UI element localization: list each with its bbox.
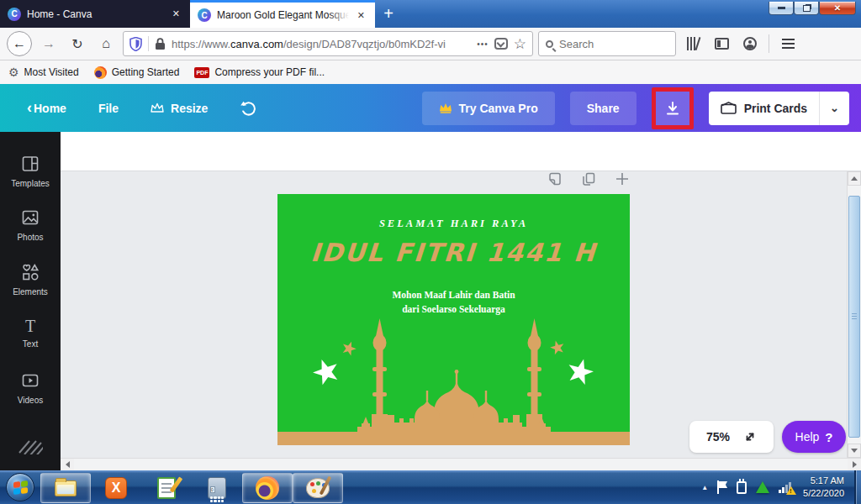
- sidebar-item-label: Videos: [18, 396, 43, 405]
- crown-gold-icon: [439, 102, 452, 113]
- scroll-up-button[interactable]: [848, 171, 861, 186]
- print-cards-main[interactable]: Print Cards: [709, 102, 819, 115]
- scroll-left-button[interactable]: [61, 459, 74, 470]
- pdf-icon: PDF: [194, 67, 209, 78]
- clock-time: 5:17 AM: [803, 475, 844, 487]
- card-message-text[interactable]: Mohon Maaf Lahir dan Batin dari Soelarso…: [277, 288, 630, 316]
- taskbar-button-paint[interactable]: [293, 473, 343, 503]
- undo-button[interactable]: [228, 94, 270, 123]
- tab-title: Home - Canva: [27, 8, 164, 20]
- taskbar-button-xampp[interactable]: X: [91, 473, 141, 503]
- help-button[interactable]: Help ?: [782, 421, 846, 453]
- add-notes-button[interactable]: [547, 171, 563, 187]
- sidebar-item-videos[interactable]: Videos: [0, 360, 61, 415]
- card-greeting-text[interactable]: SELAMAT HARI RAYA: [277, 218, 630, 230]
- clock-date: 5/22/2020: [803, 487, 844, 500]
- home-button[interactable]: ⌂: [94, 32, 118, 55]
- horizontal-scrollbar[interactable]: [61, 458, 861, 470]
- taskbar-clock[interactable]: 5:17 AM 5/22/2020: [803, 475, 848, 500]
- search-bar[interactable]: [538, 31, 676, 56]
- lock-icon[interactable]: [155, 38, 166, 50]
- pocket-icon[interactable]: [494, 38, 508, 50]
- search-input[interactable]: [559, 38, 652, 50]
- green-triangle-tray-icon[interactable]: [756, 481, 769, 493]
- taskbar-button-explorer[interactable]: [40, 473, 91, 503]
- card-message-line1: Mohon Maaf Lahir dan Batin: [277, 288, 630, 302]
- restore-button[interactable]: [794, 2, 819, 15]
- envelope-icon: [721, 102, 737, 114]
- print-options-chevron[interactable]: ⌄: [819, 92, 849, 125]
- back-button[interactable]: ←: [7, 31, 32, 56]
- sidebars-button[interactable]: [710, 32, 733, 55]
- file-menu-button[interactable]: File: [87, 95, 130, 122]
- sidebar-item-templates[interactable]: Templates: [0, 144, 61, 198]
- minimize-button[interactable]: [769, 2, 794, 15]
- tab-close-icon[interactable]: ✕: [170, 8, 182, 20]
- vertical-scrollbar[interactable]: [847, 171, 861, 458]
- mosque-silhouette[interactable]: [277, 194, 630, 445]
- bookmark-star-icon[interactable]: ☆: [514, 37, 526, 51]
- tracking-protection-shield-icon[interactable]: [129, 37, 142, 51]
- bookmark-most-visited[interactable]: ⚙ Most Visited: [8, 66, 79, 78]
- zoom-control[interactable]: 75%: [689, 421, 774, 453]
- tab-home-canva[interactable]: C Home - Canva ✕: [0, 0, 190, 28]
- bookmark-compress-pdf[interactable]: PDF Compress your PDF fil...: [194, 66, 325, 78]
- chevron-left-icon: ‹: [27, 99, 32, 117]
- fullscreen-expand-icon[interactable]: [743, 430, 757, 444]
- try-canva-pro-button[interactable]: Try Canva Pro: [422, 92, 555, 125]
- close-window-button[interactable]: ✕: [819, 2, 856, 15]
- vertical-scrollbar-thumb[interactable]: [848, 196, 860, 438]
- url-path: /design/DAD87vqztjo/b0mKD2f-vi: [283, 38, 446, 50]
- sidebar-item-text[interactable]: T Text: [0, 307, 61, 361]
- menu-button[interactable]: [776, 32, 800, 55]
- power-plug-icon[interactable]: [737, 481, 747, 494]
- browser-titlebar: C Home - Canva ✕ C Maroon Gold Elegant M…: [0, 0, 861, 28]
- page-actions-icon[interactable]: •••: [477, 39, 489, 49]
- share-button[interactable]: Share: [570, 92, 637, 125]
- sidebar-item-label: Elements: [13, 287, 48, 297]
- zoom-level[interactable]: 75%: [706, 430, 730, 444]
- duplicate-page-button[interactable]: [580, 171, 597, 187]
- url-text[interactable]: https://www.canva.com/design/DAD87vqztjo…: [172, 38, 471, 50]
- scroll-down-button[interactable]: [848, 444, 861, 458]
- browser-navbar: ← → ↻ ⌂ https://www.canva.com/design/DAD…: [0, 28, 861, 60]
- download-button[interactable]: [656, 92, 689, 125]
- design-canvas-page[interactable]: SELAMAT HARI RAYA IDUL FITRI 1441 H Moho…: [277, 194, 630, 445]
- bookmark-getting-started[interactable]: Getting Started: [94, 66, 180, 79]
- sidebar-item-elements[interactable]: Elements: [0, 252, 61, 307]
- calculator-icon: 0: [208, 477, 226, 499]
- hidden-icons-button[interactable]: ▲: [701, 484, 708, 491]
- card-title-text[interactable]: IDUL FITRI 1441 H: [277, 238, 630, 267]
- taskbar-button-calculator[interactable]: 0: [192, 473, 242, 503]
- resize-button[interactable]: Resize: [139, 95, 219, 122]
- sidebar-item-background[interactable]: [0, 417, 61, 471]
- network-status-icon[interactable]: [779, 481, 794, 493]
- scroll-right-button[interactable]: [848, 459, 861, 470]
- file-label: File: [98, 102, 119, 115]
- taskbar-button-firefox[interactable]: [242, 473, 293, 503]
- new-tab-button[interactable]: +: [375, 0, 402, 28]
- action-center-flag-icon[interactable]: [717, 480, 727, 494]
- tab-design-active[interactable]: C Maroon Gold Elegant Mosque S ✕: [190, 0, 375, 28]
- tab-title: Maroon Gold Elegant Mosque S: [217, 9, 349, 21]
- crown-icon: [151, 102, 164, 113]
- print-cards-button[interactable]: Print Cards ⌄: [709, 92, 849, 125]
- forward-button[interactable]: →: [37, 32, 61, 55]
- add-page-button[interactable]: [614, 171, 631, 187]
- account-button[interactable]: [738, 32, 762, 55]
- download-icon: [665, 101, 680, 116]
- tab-close-icon[interactable]: ✕: [355, 9, 367, 22]
- library-icon: [687, 37, 699, 50]
- taskbar-button-notepad-plus-plus[interactable]: [141, 473, 192, 503]
- reload-button[interactable]: ↻: [66, 32, 89, 55]
- star-tan-left: [341, 339, 358, 357]
- start-button[interactable]: [0, 470, 40, 504]
- canva-favicon: C: [8, 8, 21, 21]
- bookmark-label: Getting Started: [112, 66, 180, 78]
- sidebar-item-photos[interactable]: Photos: [0, 198, 61, 253]
- url-bar[interactable]: https://www.canva.com/design/DAD87vqztjo…: [123, 31, 533, 56]
- templates-icon: [20, 154, 40, 174]
- show-desktop-button[interactable]: [854, 470, 861, 504]
- library-button[interactable]: [681, 32, 705, 55]
- home-menu-button[interactable]: ‹ Home: [15, 92, 78, 123]
